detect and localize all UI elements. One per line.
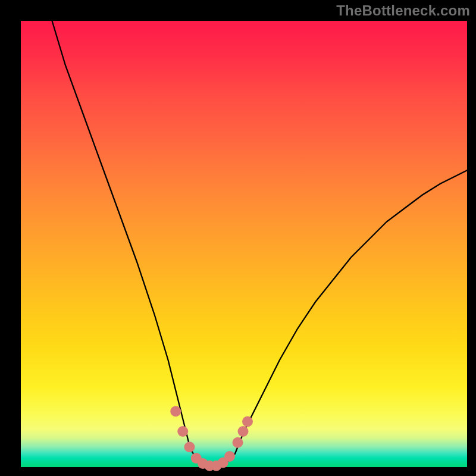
watermark-text: TheBottleneck.com	[336, 2, 470, 19]
chart-svg	[21, 21, 467, 467]
marker-dot	[177, 426, 188, 437]
marker-dot	[242, 416, 253, 427]
marker-dot	[224, 451, 235, 462]
marker-dot	[233, 437, 243, 448]
chart-frame: TheBottleneck.com	[0, 0, 476, 476]
marker-dot	[170, 406, 181, 416]
marker-dot	[184, 441, 195, 452]
curve-path	[52, 21, 468, 467]
marker-dot	[238, 426, 249, 437]
